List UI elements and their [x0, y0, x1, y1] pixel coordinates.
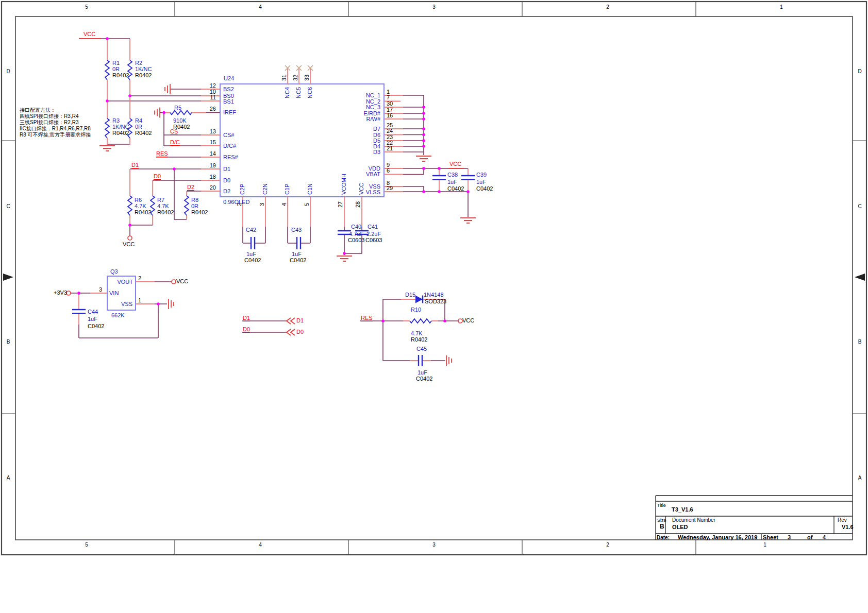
val-r4: 0R [135, 124, 142, 130]
fp-r1: R0402 [112, 72, 129, 78]
pin-name: VOUT [111, 279, 133, 285]
pin-number: 16 [387, 112, 393, 118]
note-line: 接口配置方法： [20, 107, 56, 113]
pin-name: NC5 [295, 87, 302, 98]
pin-number: 19 [201, 162, 216, 168]
pin-number: 2 [138, 275, 141, 281]
gnd-side-icon [169, 299, 174, 309]
pin-number: 4 [281, 203, 287, 206]
zone-col-top: 5 [77, 4, 96, 10]
ref-r1: R1 [112, 60, 120, 66]
diode-symbol [415, 296, 423, 303]
fp-c40: C0603 [348, 237, 364, 243]
zone-col-bottom: 5 [77, 542, 96, 548]
titleblock-rev: V1.6 [842, 524, 854, 530]
pin-name: R/W# [339, 116, 380, 122]
titleblock-sheet-no: 3 [788, 534, 791, 540]
titleblock-size: B [660, 523, 664, 530]
pin-number: 14 [201, 150, 216, 157]
titleblock-doc: OLED [672, 524, 688, 530]
ref-c43: C43 [291, 227, 302, 233]
pin-number: 24 [387, 128, 393, 134]
pin-number: 20 [201, 184, 216, 191]
zone-row-left: D [3, 69, 13, 75]
pin-number: 3 [99, 286, 102, 293]
zone-row-left: B [3, 339, 13, 345]
ref-q3: Q3 [110, 268, 118, 275]
val-r6: 4.7K [135, 203, 146, 209]
pin-name: C2N [262, 183, 268, 195]
pin-name: C1N [307, 183, 313, 195]
pin-number: 12 [201, 82, 216, 89]
pin-name: NC_1 [339, 92, 380, 98]
zone-col-bottom: 1 [756, 542, 774, 548]
zone-row-right: B [855, 339, 865, 345]
vcc-power-label: VCC [123, 241, 135, 247]
net-label-d1: D1 [131, 162, 139, 168]
pin-number: 1 [138, 297, 141, 303]
net-label-res: RES [361, 315, 373, 321]
gnd-side-icon [165, 84, 170, 94]
val-q3: 662K [111, 312, 125, 318]
ref-c42: C42 [246, 227, 256, 233]
pin-number: 13 [201, 128, 216, 134]
fp-r2: R0402 [135, 72, 152, 78]
zone-row-left: C [3, 203, 13, 210]
fp-r4: R0402 [135, 130, 152, 136]
gnd-icon [99, 146, 115, 151]
val-c45: 1uF [418, 369, 427, 376]
titleblock-date-label: Date: [657, 535, 670, 541]
pin-name: NC4 [284, 87, 290, 98]
ref-r7: R7 [157, 197, 164, 203]
pin-name: C2P [239, 184, 245, 195]
pin-name: VSS [111, 301, 132, 307]
pin-name: D2 [223, 188, 230, 194]
titleblock-rev-label: Rev [838, 517, 847, 523]
fp-r3: R0402 [112, 130, 129, 136]
titleblock-date: Wednesday, January 16, 2019 [678, 534, 757, 540]
ref-c40: C40 [351, 224, 361, 230]
offpage-chevrons [287, 318, 295, 335]
zone-row-right: C [855, 203, 865, 210]
zone-col-bottom: 2 [598, 542, 617, 548]
gnd-side-icon [446, 355, 452, 366]
note-line: R8 可不焊接,官方手册要求焊接 [20, 132, 91, 138]
pin-number: 27 [337, 201, 343, 208]
val-r7: 4.7K [157, 203, 169, 209]
val-c38: 1uF [447, 179, 457, 185]
fp-c44: C0402 [88, 323, 104, 329]
p3v3-terminal-label: +3V3 [54, 290, 67, 296]
zone-col-top: 3 [425, 4, 443, 10]
pin-number: 2 [236, 203, 242, 206]
ref-u24: U24 [224, 75, 234, 81]
fp-c42: C0402 [244, 257, 261, 263]
titleblock-doc-label: Document Number [672, 517, 715, 523]
pin-number: 29 [387, 185, 393, 191]
gnd-icon [460, 218, 476, 223]
zone-row-right: D [855, 69, 865, 75]
gnd-icon [416, 156, 431, 161]
fp-d15: SOD323 [425, 298, 446, 304]
pin-name: RES# [223, 154, 238, 160]
zone-col-bottom: 3 [425, 542, 443, 548]
val-r2: 1K/NC [135, 66, 152, 72]
fp-c43: C0402 [290, 257, 306, 263]
ref-c41: C41 [368, 224, 378, 230]
note-line: 三线SPI接口焊接：R2,R3 [20, 120, 78, 126]
vcc-power-label: VCC [449, 161, 461, 167]
titleblock-title: T3_V1.6 [672, 506, 693, 513]
pin-name: C1P [284, 184, 290, 195]
ref-r8: R8 [191, 197, 198, 203]
titleblock-sheet-label: Sheet [763, 534, 778, 540]
fp-r10: R0402 [411, 336, 427, 343]
zone-row-right: A [855, 475, 865, 481]
gnd-side-icon [155, 108, 160, 118]
pin-number: 6 [387, 167, 390, 174]
ref-c39: C39 [476, 172, 487, 178]
val-c41: 2.2uF [366, 231, 381, 237]
pin-number: 7 [387, 94, 390, 100]
pin-number: 11 [201, 94, 216, 100]
note-line: IIC接口焊接：R1,R4,R6,R7,R8 [20, 126, 91, 132]
pin-name: VCOMH [341, 174, 347, 195]
val-r10: 4.7K [411, 330, 423, 336]
